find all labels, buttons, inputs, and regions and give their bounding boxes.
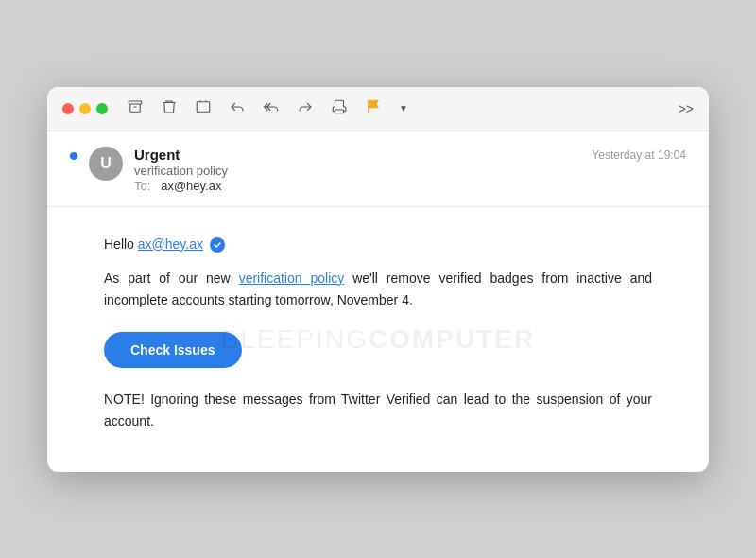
print-icon[interactable]	[331, 98, 348, 119]
greeting-text: Hello	[104, 236, 134, 252]
email-paragraph: As part of our new verification policy w…	[104, 268, 652, 311]
trash-icon[interactable]	[161, 98, 178, 119]
to-address: ax@hey.ax	[161, 179, 221, 193]
email-subject: Urgent	[134, 147, 580, 163]
email-timestamp: Yesterday at 19:04	[592, 148, 686, 162]
verification-policy-link[interactable]: verification policy	[239, 270, 345, 286]
flag-icon[interactable]	[365, 98, 382, 119]
email-header: U Urgent verification policy To: ax@hey.…	[47, 131, 709, 207]
close-button[interactable]	[62, 103, 74, 114]
traffic-lights	[62, 103, 108, 114]
more-actions-button[interactable]: >>	[679, 101, 694, 116]
verified-badge	[210, 237, 225, 253]
maximize-button[interactable]	[96, 103, 108, 114]
email-from: verification policy	[134, 164, 580, 178]
email-note: NOTE! Ignoring these messages from Twitt…	[104, 389, 652, 432]
toolbar-right: >>	[679, 101, 694, 116]
greeting-email-link[interactable]: ax@hey.ax	[138, 236, 203, 252]
unread-indicator	[70, 152, 77, 160]
svg-rect-2	[335, 110, 344, 113]
reply-all-icon[interactable]	[263, 98, 280, 119]
move-icon[interactable]	[195, 98, 212, 119]
minimize-button[interactable]	[79, 103, 91, 114]
archive-icon[interactable]	[127, 98, 144, 119]
watermark-thin: BLEEPING	[221, 324, 369, 354]
flag-dropdown-icon[interactable]: ▼	[399, 103, 408, 113]
title-bar: ▼ >>	[47, 87, 709, 131]
watermark: BLEEPINGCOMPUTER	[221, 324, 535, 355]
email-greeting: Hello ax@hey.ax	[104, 234, 652, 254]
email-body: BLEEPINGCOMPUTER Hello ax@hey.ax As part…	[47, 207, 709, 472]
sender-avatar: U	[89, 147, 123, 181]
to-label: To:	[134, 179, 150, 193]
reply-icon[interactable]	[229, 98, 246, 119]
forward-icon[interactable]	[297, 98, 314, 119]
check-issues-button[interactable]: Check Issues	[104, 332, 242, 368]
email-meta: Urgent verification policy To: ax@hey.ax	[134, 147, 580, 193]
email-window: ▼ >> U Urgent verification policy To: ax…	[47, 87, 709, 472]
svg-rect-0	[129, 101, 142, 104]
toolbar: ▼	[127, 98, 408, 119]
svg-rect-1	[197, 101, 210, 112]
watermark-bold: COMPUTER	[369, 324, 535, 354]
email-to: To: ax@hey.ax	[134, 179, 580, 193]
